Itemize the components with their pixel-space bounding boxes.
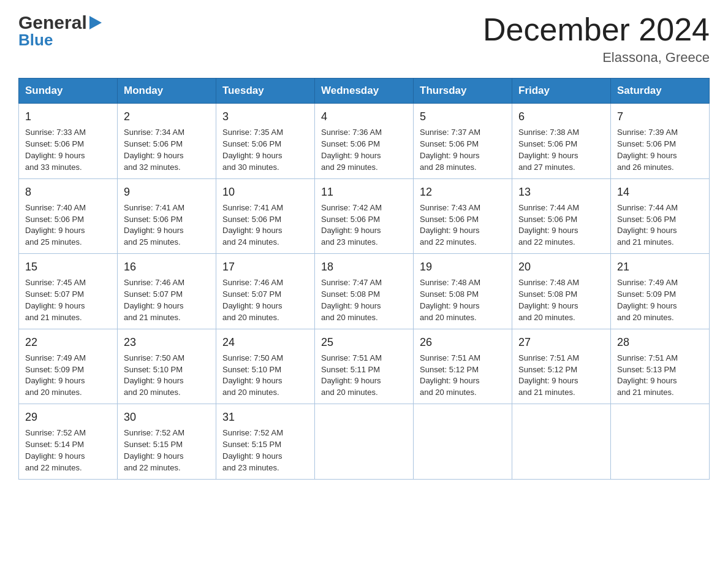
day-info: Sunrise: 7:46 AM Sunset: 5:07 PM Dayligh… [222, 277, 308, 323]
logo: General Blue [18, 12, 102, 50]
day-number: 22 [25, 334, 111, 350]
day-info: Sunrise: 7:44 AM Sunset: 5:06 PM Dayligh… [518, 202, 604, 248]
calendar-day-cell: 6 Sunrise: 7:38 AM Sunset: 5:06 PM Dayli… [512, 104, 611, 178]
calendar-day-cell: 2 Sunrise: 7:34 AM Sunset: 5:06 PM Dayli… [118, 104, 216, 178]
day-info: Sunrise: 7:51 AM Sunset: 5:12 PM Dayligh… [518, 353, 604, 399]
calendar-day-cell [414, 404, 512, 479]
calendar-day-cell: 11 Sunrise: 7:42 AM Sunset: 5:06 PM Dayl… [315, 178, 414, 253]
logo-triangle-icon [89, 16, 102, 32]
calendar-week-row: 29 Sunrise: 7:52 AM Sunset: 5:14 PM Dayl… [19, 404, 710, 479]
calendar-day-cell: 16 Sunrise: 7:46 AM Sunset: 5:07 PM Dayl… [118, 254, 216, 329]
day-number: 15 [25, 259, 111, 275]
day-info: Sunrise: 7:52 AM Sunset: 5:15 PM Dayligh… [222, 427, 308, 473]
calendar-day-cell: 17 Sunrise: 7:46 AM Sunset: 5:07 PM Dayl… [216, 254, 315, 329]
day-info: Sunrise: 7:37 AM Sunset: 5:06 PM Dayligh… [420, 127, 506, 173]
day-number: 16 [124, 259, 210, 275]
day-number: 5 [420, 109, 506, 124]
day-info: Sunrise: 7:43 AM Sunset: 5:06 PM Dayligh… [420, 202, 506, 248]
calendar-day-cell: 10 Sunrise: 7:41 AM Sunset: 5:06 PM Dayl… [216, 178, 315, 253]
day-info: Sunrise: 7:52 AM Sunset: 5:14 PM Dayligh… [25, 427, 111, 473]
day-number: 3 [222, 109, 308, 124]
day-info: Sunrise: 7:33 AM Sunset: 5:06 PM Dayligh… [25, 127, 111, 173]
calendar-day-cell: 30 Sunrise: 7:52 AM Sunset: 5:15 PM Dayl… [118, 404, 216, 479]
day-info: Sunrise: 7:40 AM Sunset: 5:06 PM Dayligh… [25, 202, 111, 248]
day-number: 1 [25, 109, 111, 124]
calendar-day-cell: 8 Sunrise: 7:40 AM Sunset: 5:06 PM Dayli… [19, 178, 118, 253]
calendar-day-cell: 3 Sunrise: 7:35 AM Sunset: 5:06 PM Dayli… [216, 104, 315, 178]
calendar-day-cell: 25 Sunrise: 7:51 AM Sunset: 5:11 PM Dayl… [315, 329, 414, 404]
col-saturday: Saturday [611, 79, 710, 104]
day-number: 10 [222, 184, 308, 200]
day-number: 26 [420, 334, 506, 350]
day-number: 11 [321, 184, 407, 200]
logo-general-text: General [18, 12, 87, 33]
col-thursday: Thursday [414, 79, 512, 104]
day-info: Sunrise: 7:51 AM Sunset: 5:12 PM Dayligh… [420, 353, 506, 399]
day-info: Sunrise: 7:49 AM Sunset: 5:09 PM Dayligh… [617, 277, 703, 323]
calendar-day-cell: 20 Sunrise: 7:48 AM Sunset: 5:08 PM Dayl… [512, 254, 611, 329]
calendar-week-row: 22 Sunrise: 7:49 AM Sunset: 5:09 PM Dayl… [19, 329, 710, 404]
day-number: 9 [124, 184, 210, 200]
day-info: Sunrise: 7:47 AM Sunset: 5:08 PM Dayligh… [321, 277, 407, 323]
day-number: 8 [25, 184, 111, 200]
day-number: 12 [420, 184, 506, 200]
logo-blue-text: Blue [18, 31, 53, 50]
calendar-day-cell: 7 Sunrise: 7:39 AM Sunset: 5:06 PM Dayli… [611, 104, 710, 178]
day-number: 23 [124, 334, 210, 350]
day-info: Sunrise: 7:42 AM Sunset: 5:06 PM Dayligh… [321, 202, 407, 248]
calendar-day-cell: 22 Sunrise: 7:49 AM Sunset: 5:09 PM Dayl… [19, 329, 118, 404]
calendar-day-cell: 15 Sunrise: 7:45 AM Sunset: 5:07 PM Dayl… [19, 254, 118, 329]
calendar-day-cell [611, 404, 710, 479]
day-number: 19 [420, 259, 506, 275]
calendar-day-cell: 29 Sunrise: 7:52 AM Sunset: 5:14 PM Dayl… [19, 404, 118, 479]
col-wednesday: Wednesday [315, 79, 414, 104]
calendar-day-cell: 19 Sunrise: 7:48 AM Sunset: 5:08 PM Dayl… [414, 254, 512, 329]
calendar-day-cell: 28 Sunrise: 7:51 AM Sunset: 5:13 PM Dayl… [611, 329, 710, 404]
day-info: Sunrise: 7:46 AM Sunset: 5:07 PM Dayligh… [124, 277, 210, 323]
calendar-day-cell: 27 Sunrise: 7:51 AM Sunset: 5:12 PM Dayl… [512, 329, 611, 404]
calendar-day-cell: 13 Sunrise: 7:44 AM Sunset: 5:06 PM Dayl… [512, 178, 611, 253]
page-subtitle: Elassona, Greece [483, 50, 710, 66]
col-monday: Monday [118, 79, 216, 104]
day-number: 6 [518, 109, 604, 124]
calendar-day-cell: 5 Sunrise: 7:37 AM Sunset: 5:06 PM Dayli… [414, 104, 512, 178]
day-info: Sunrise: 7:34 AM Sunset: 5:06 PM Dayligh… [124, 127, 210, 173]
day-info: Sunrise: 7:44 AM Sunset: 5:06 PM Dayligh… [617, 202, 703, 248]
day-info: Sunrise: 7:45 AM Sunset: 5:07 PM Dayligh… [25, 277, 111, 323]
day-number: 30 [124, 409, 210, 425]
day-info: Sunrise: 7:51 AM Sunset: 5:11 PM Dayligh… [321, 353, 407, 399]
calendar-week-row: 15 Sunrise: 7:45 AM Sunset: 5:07 PM Dayl… [19, 254, 710, 329]
day-info: Sunrise: 7:38 AM Sunset: 5:06 PM Dayligh… [518, 127, 604, 173]
calendar-day-cell: 23 Sunrise: 7:50 AM Sunset: 5:10 PM Dayl… [118, 329, 216, 404]
page-title: December 2024 [483, 12, 710, 47]
page-header: General Blue December 2024 Elassona, Gre… [18, 12, 710, 66]
day-number: 18 [321, 259, 407, 275]
calendar-day-cell: 21 Sunrise: 7:49 AM Sunset: 5:09 PM Dayl… [611, 254, 710, 329]
day-info: Sunrise: 7:35 AM Sunset: 5:06 PM Dayligh… [222, 127, 308, 173]
day-info: Sunrise: 7:41 AM Sunset: 5:06 PM Dayligh… [222, 202, 308, 248]
day-number: 29 [25, 409, 111, 425]
day-info: Sunrise: 7:49 AM Sunset: 5:09 PM Dayligh… [25, 353, 111, 399]
col-tuesday: Tuesday [216, 79, 315, 104]
calendar-day-cell: 1 Sunrise: 7:33 AM Sunset: 5:06 PM Dayli… [19, 104, 118, 178]
day-number: 31 [222, 409, 308, 425]
day-info: Sunrise: 7:48 AM Sunset: 5:08 PM Dayligh… [518, 277, 604, 323]
svg-marker-0 [89, 16, 102, 29]
day-info: Sunrise: 7:52 AM Sunset: 5:15 PM Dayligh… [124, 427, 210, 473]
day-number: 7 [617, 109, 703, 124]
day-number: 27 [518, 334, 604, 350]
day-number: 25 [321, 334, 407, 350]
calendar-header-row: Sunday Monday Tuesday Wednesday Thursday… [19, 79, 710, 104]
day-number: 21 [617, 259, 703, 275]
calendar-day-cell: 31 Sunrise: 7:52 AM Sunset: 5:15 PM Dayl… [216, 404, 315, 479]
calendar-day-cell [315, 404, 414, 479]
calendar-day-cell: 9 Sunrise: 7:41 AM Sunset: 5:06 PM Dayli… [118, 178, 216, 253]
title-block: December 2024 Elassona, Greece [483, 12, 710, 66]
col-sunday: Sunday [19, 79, 118, 104]
day-number: 20 [518, 259, 604, 275]
day-number: 13 [518, 184, 604, 200]
day-info: Sunrise: 7:50 AM Sunset: 5:10 PM Dayligh… [222, 353, 308, 399]
day-number: 2 [124, 109, 210, 124]
day-number: 17 [222, 259, 308, 275]
day-info: Sunrise: 7:41 AM Sunset: 5:06 PM Dayligh… [124, 202, 210, 248]
